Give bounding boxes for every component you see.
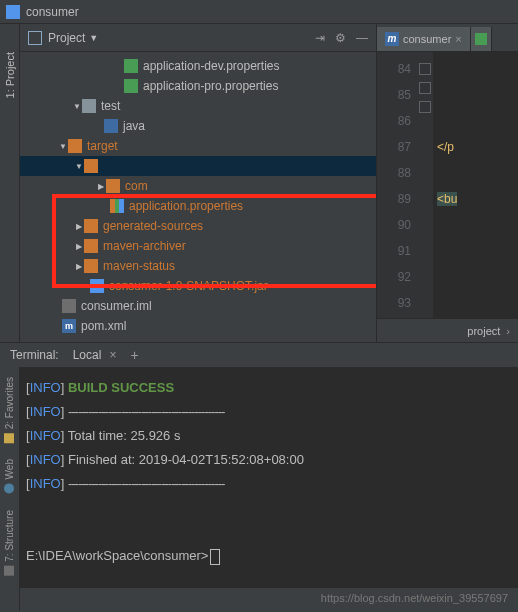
star-icon	[5, 433, 15, 443]
module-icon	[6, 5, 20, 19]
terminal-label: Terminal:	[10, 348, 59, 362]
gear-icon[interactable]: ⚙	[335, 31, 346, 45]
folder-icon	[84, 239, 98, 253]
editor-tab-partial[interactable]	[471, 27, 492, 51]
editor-breadcrumb[interactable]: project ›	[377, 318, 518, 342]
tree-item[interactable]: maven-status	[103, 259, 175, 273]
arrow-right-icon[interactable]: ▶	[74, 262, 84, 271]
left-gutter-lower: 2: Favorites Web 7: Structure	[0, 367, 20, 611]
editor-tab[interactable]: m consumer ×	[377, 27, 471, 51]
maven-icon: m	[62, 319, 76, 333]
project-panel: Project ▼ ⇥ ⚙ — application-dev.properti…	[20, 24, 376, 342]
tree-item[interactable]: consumer.iml	[81, 299, 152, 313]
fold-marker-icon[interactable]	[419, 82, 431, 94]
folder-icon	[82, 99, 96, 113]
chevron-down-icon[interactable]: ▼	[89, 33, 98, 43]
terminal-panel: Terminal: Local × + [INFO] BUILD SUCCESS…	[0, 342, 518, 588]
editor-body[interactable]: 84858687888990919293 </p <bu	[377, 52, 518, 318]
arrow-right-icon[interactable]: ▶	[96, 182, 106, 191]
fold-gutter	[417, 52, 433, 318]
line-gutter: 84858687888990919293	[377, 52, 417, 318]
close-icon[interactable]: ×	[455, 33, 461, 45]
folder-icon	[68, 139, 82, 153]
arrow-right-icon[interactable]: ▶	[74, 242, 84, 251]
chevron-right-icon: ›	[506, 325, 510, 337]
project-tree[interactable]: application-dev.properties application-p…	[20, 52, 376, 336]
terminal-body[interactable]: [INFO] BUILD SUCCESS [INFO] ------------…	[0, 368, 518, 588]
properties-icon	[124, 79, 138, 93]
editor-tab-label: consumer	[403, 33, 451, 45]
tree-item[interactable]: application.properties	[129, 199, 243, 213]
breadcrumb-item[interactable]: project	[467, 325, 500, 337]
folder-icon	[104, 119, 118, 133]
project-header: Project ▼ ⇥ ⚙ —	[20, 24, 376, 52]
globe-icon	[5, 484, 15, 494]
folder-icon	[84, 259, 98, 273]
fold-marker-icon[interactable]	[419, 63, 431, 75]
tree-item[interactable]: com	[125, 179, 148, 193]
arrow-down-icon[interactable]: ▼	[74, 162, 84, 171]
editor-panel: m consumer × 84858687888990919293 </p <b…	[376, 24, 518, 342]
code-token: </p	[437, 140, 454, 154]
close-icon[interactable]: ×	[109, 348, 116, 362]
terminal-prompt[interactable]: E:\IDEA\workSpace\consumer>	[26, 548, 208, 563]
side-tab-project[interactable]: 1: Project	[2, 44, 18, 106]
tree-item[interactable]: generated-sources	[103, 219, 203, 233]
folder-icon	[84, 219, 98, 233]
plus-icon[interactable]: +	[130, 347, 138, 363]
module-bar: consumer	[0, 0, 518, 24]
maven-icon: m	[385, 32, 399, 46]
terminal-tab[interactable]: Local	[73, 348, 102, 362]
fold-marker-icon[interactable]	[419, 101, 431, 113]
arrow-right-icon[interactable]: ▶	[74, 222, 84, 231]
arrow-down-icon[interactable]: ▼	[58, 142, 68, 151]
tree-item[interactable]: application-pro.properties	[143, 79, 278, 93]
arrow-down-icon[interactable]: ▼	[72, 102, 82, 111]
properties-icon	[124, 59, 138, 73]
left-gutter-tabs: 1: Project	[0, 24, 20, 342]
module-name: consumer	[26, 5, 79, 19]
tree-item[interactable]: pom.xml	[81, 319, 126, 333]
file-icon	[475, 33, 487, 45]
watermark: https://blog.csdn.net/weixin_39557697	[321, 592, 508, 604]
project-view-icon[interactable]	[28, 31, 42, 45]
folder-icon	[106, 179, 120, 193]
side-tab-favorites[interactable]: 2: Favorites	[3, 371, 16, 449]
code-area[interactable]: </p <bu	[433, 52, 518, 318]
tree-item[interactable]: test	[101, 99, 120, 113]
jar-icon	[90, 279, 104, 293]
properties-icon	[110, 199, 124, 213]
collapse-icon[interactable]: ⇥	[315, 31, 325, 45]
tree-item[interactable]: maven-archiver	[103, 239, 186, 253]
code-token: <bu	[437, 192, 457, 206]
tree-item[interactable]: java	[123, 119, 145, 133]
tree-item[interactable]: consumer-1.0-SNAPSHOT.jar	[109, 279, 268, 293]
folder-icon	[84, 159, 98, 173]
editor-tabs: m consumer ×	[377, 24, 518, 52]
side-tab-web[interactable]: Web	[3, 453, 16, 499]
terminal-cursor	[210, 549, 220, 565]
terminal-tabs: Terminal: Local × +	[0, 343, 518, 368]
hide-icon[interactable]: —	[356, 31, 368, 45]
structure-icon	[5, 565, 15, 575]
tree-item[interactable]: target	[87, 139, 118, 153]
tree-item[interactable]: application-dev.properties	[143, 59, 280, 73]
iml-icon	[62, 299, 76, 313]
project-view-title[interactable]: Project	[48, 31, 85, 45]
side-tab-structure[interactable]: 7: Structure	[3, 504, 16, 582]
